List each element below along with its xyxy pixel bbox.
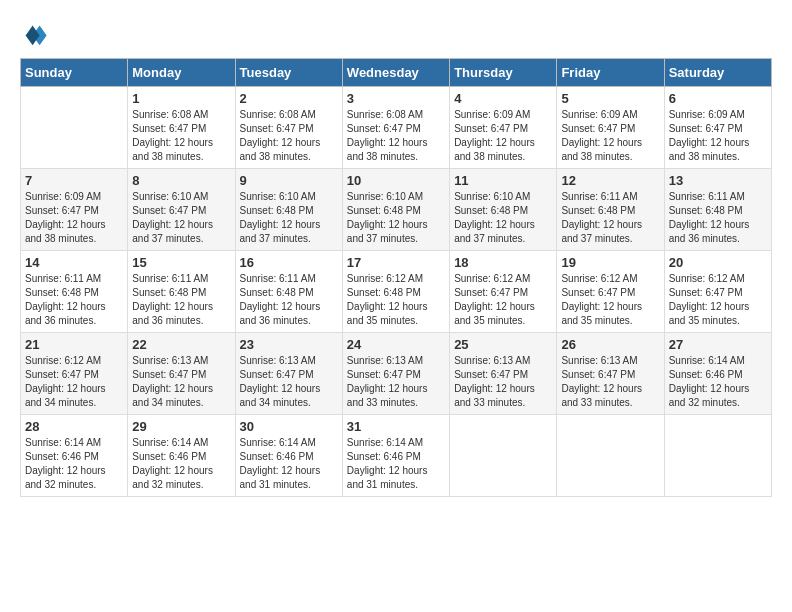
calendar-cell: 8Sunrise: 6:10 AM Sunset: 6:47 PM Daylig…	[128, 169, 235, 251]
day-info: Sunrise: 6:13 AM Sunset: 6:47 PM Dayligh…	[347, 354, 445, 410]
day-number: 28	[25, 419, 123, 434]
calendar-cell: 22Sunrise: 6:13 AM Sunset: 6:47 PM Dayli…	[128, 333, 235, 415]
day-info: Sunrise: 6:12 AM Sunset: 6:47 PM Dayligh…	[669, 272, 767, 328]
calendar-week-4: 21Sunrise: 6:12 AM Sunset: 6:47 PM Dayli…	[21, 333, 772, 415]
calendar-cell: 27Sunrise: 6:14 AM Sunset: 6:46 PM Dayli…	[664, 333, 771, 415]
day-info: Sunrise: 6:11 AM Sunset: 6:48 PM Dayligh…	[240, 272, 338, 328]
day-number: 15	[132, 255, 230, 270]
day-info: Sunrise: 6:13 AM Sunset: 6:47 PM Dayligh…	[454, 354, 552, 410]
day-number: 14	[25, 255, 123, 270]
calendar-cell: 19Sunrise: 6:12 AM Sunset: 6:47 PM Dayli…	[557, 251, 664, 333]
day-info: Sunrise: 6:08 AM Sunset: 6:47 PM Dayligh…	[347, 108, 445, 164]
calendar-cell	[664, 415, 771, 497]
calendar-cell: 16Sunrise: 6:11 AM Sunset: 6:48 PM Dayli…	[235, 251, 342, 333]
day-number: 7	[25, 173, 123, 188]
day-info: Sunrise: 6:12 AM Sunset: 6:47 PM Dayligh…	[561, 272, 659, 328]
calendar-cell: 14Sunrise: 6:11 AM Sunset: 6:48 PM Dayli…	[21, 251, 128, 333]
day-number: 19	[561, 255, 659, 270]
calendar-cell: 31Sunrise: 6:14 AM Sunset: 6:46 PM Dayli…	[342, 415, 449, 497]
day-number: 11	[454, 173, 552, 188]
day-info: Sunrise: 6:09 AM Sunset: 6:47 PM Dayligh…	[561, 108, 659, 164]
day-number: 17	[347, 255, 445, 270]
calendar-cell: 29Sunrise: 6:14 AM Sunset: 6:46 PM Dayli…	[128, 415, 235, 497]
day-number: 9	[240, 173, 338, 188]
day-number: 26	[561, 337, 659, 352]
day-number: 23	[240, 337, 338, 352]
header-monday: Monday	[128, 59, 235, 87]
calendar-cell: 25Sunrise: 6:13 AM Sunset: 6:47 PM Dayli…	[450, 333, 557, 415]
calendar-cell	[21, 87, 128, 169]
header-friday: Friday	[557, 59, 664, 87]
day-number: 20	[669, 255, 767, 270]
calendar-cell: 10Sunrise: 6:10 AM Sunset: 6:48 PM Dayli…	[342, 169, 449, 251]
calendar-cell: 7Sunrise: 6:09 AM Sunset: 6:47 PM Daylig…	[21, 169, 128, 251]
day-number: 18	[454, 255, 552, 270]
day-info: Sunrise: 6:11 AM Sunset: 6:48 PM Dayligh…	[669, 190, 767, 246]
day-info: Sunrise: 6:09 AM Sunset: 6:47 PM Dayligh…	[25, 190, 123, 246]
day-number: 12	[561, 173, 659, 188]
calendar-cell: 9Sunrise: 6:10 AM Sunset: 6:48 PM Daylig…	[235, 169, 342, 251]
day-info: Sunrise: 6:11 AM Sunset: 6:48 PM Dayligh…	[132, 272, 230, 328]
calendar-cell: 11Sunrise: 6:10 AM Sunset: 6:48 PM Dayli…	[450, 169, 557, 251]
day-info: Sunrise: 6:10 AM Sunset: 6:48 PM Dayligh…	[347, 190, 445, 246]
calendar-cell: 3Sunrise: 6:08 AM Sunset: 6:47 PM Daylig…	[342, 87, 449, 169]
day-number: 30	[240, 419, 338, 434]
calendar-cell: 5Sunrise: 6:09 AM Sunset: 6:47 PM Daylig…	[557, 87, 664, 169]
calendar-week-5: 28Sunrise: 6:14 AM Sunset: 6:46 PM Dayli…	[21, 415, 772, 497]
calendar-cell: 18Sunrise: 6:12 AM Sunset: 6:47 PM Dayli…	[450, 251, 557, 333]
day-info: Sunrise: 6:12 AM Sunset: 6:47 PM Dayligh…	[454, 272, 552, 328]
header-tuesday: Tuesday	[235, 59, 342, 87]
logo	[20, 20, 52, 48]
header-thursday: Thursday	[450, 59, 557, 87]
day-info: Sunrise: 6:14 AM Sunset: 6:46 PM Dayligh…	[669, 354, 767, 410]
header-sunday: Sunday	[21, 59, 128, 87]
calendar-cell: 26Sunrise: 6:13 AM Sunset: 6:47 PM Dayli…	[557, 333, 664, 415]
header-saturday: Saturday	[664, 59, 771, 87]
day-number: 21	[25, 337, 123, 352]
day-info: Sunrise: 6:09 AM Sunset: 6:47 PM Dayligh…	[669, 108, 767, 164]
calendar-cell: 28Sunrise: 6:14 AM Sunset: 6:46 PM Dayli…	[21, 415, 128, 497]
calendar-cell: 4Sunrise: 6:09 AM Sunset: 6:47 PM Daylig…	[450, 87, 557, 169]
day-info: Sunrise: 6:11 AM Sunset: 6:48 PM Dayligh…	[561, 190, 659, 246]
day-info: Sunrise: 6:14 AM Sunset: 6:46 PM Dayligh…	[347, 436, 445, 492]
calendar-table: SundayMondayTuesdayWednesdayThursdayFrid…	[20, 58, 772, 497]
calendar-cell: 13Sunrise: 6:11 AM Sunset: 6:48 PM Dayli…	[664, 169, 771, 251]
calendar-cell: 23Sunrise: 6:13 AM Sunset: 6:47 PM Dayli…	[235, 333, 342, 415]
calendar-cell: 20Sunrise: 6:12 AM Sunset: 6:47 PM Dayli…	[664, 251, 771, 333]
calendar-week-2: 7Sunrise: 6:09 AM Sunset: 6:47 PM Daylig…	[21, 169, 772, 251]
day-info: Sunrise: 6:11 AM Sunset: 6:48 PM Dayligh…	[25, 272, 123, 328]
day-number: 4	[454, 91, 552, 106]
day-number: 2	[240, 91, 338, 106]
day-number: 1	[132, 91, 230, 106]
day-info: Sunrise: 6:14 AM Sunset: 6:46 PM Dayligh…	[25, 436, 123, 492]
day-info: Sunrise: 6:09 AM Sunset: 6:47 PM Dayligh…	[454, 108, 552, 164]
calendar-cell: 15Sunrise: 6:11 AM Sunset: 6:48 PM Dayli…	[128, 251, 235, 333]
day-info: Sunrise: 6:10 AM Sunset: 6:48 PM Dayligh…	[454, 190, 552, 246]
calendar-cell: 17Sunrise: 6:12 AM Sunset: 6:48 PM Dayli…	[342, 251, 449, 333]
calendar-cell: 6Sunrise: 6:09 AM Sunset: 6:47 PM Daylig…	[664, 87, 771, 169]
calendar-header-row: SundayMondayTuesdayWednesdayThursdayFrid…	[21, 59, 772, 87]
calendar-cell: 12Sunrise: 6:11 AM Sunset: 6:48 PM Dayli…	[557, 169, 664, 251]
day-number: 22	[132, 337, 230, 352]
day-number: 29	[132, 419, 230, 434]
calendar-cell	[450, 415, 557, 497]
day-info: Sunrise: 6:14 AM Sunset: 6:46 PM Dayligh…	[132, 436, 230, 492]
day-info: Sunrise: 6:13 AM Sunset: 6:47 PM Dayligh…	[561, 354, 659, 410]
day-number: 13	[669, 173, 767, 188]
day-info: Sunrise: 6:13 AM Sunset: 6:47 PM Dayligh…	[240, 354, 338, 410]
day-number: 5	[561, 91, 659, 106]
calendar-cell: 24Sunrise: 6:13 AM Sunset: 6:47 PM Dayli…	[342, 333, 449, 415]
day-number: 16	[240, 255, 338, 270]
day-info: Sunrise: 6:10 AM Sunset: 6:47 PM Dayligh…	[132, 190, 230, 246]
day-info: Sunrise: 6:13 AM Sunset: 6:47 PM Dayligh…	[132, 354, 230, 410]
day-info: Sunrise: 6:08 AM Sunset: 6:47 PM Dayligh…	[132, 108, 230, 164]
header-wednesday: Wednesday	[342, 59, 449, 87]
calendar-cell	[557, 415, 664, 497]
day-info: Sunrise: 6:08 AM Sunset: 6:47 PM Dayligh…	[240, 108, 338, 164]
day-number: 8	[132, 173, 230, 188]
day-number: 27	[669, 337, 767, 352]
logo-icon	[20, 20, 48, 48]
calendar-cell: 21Sunrise: 6:12 AM Sunset: 6:47 PM Dayli…	[21, 333, 128, 415]
day-number: 24	[347, 337, 445, 352]
day-info: Sunrise: 6:12 AM Sunset: 6:47 PM Dayligh…	[25, 354, 123, 410]
